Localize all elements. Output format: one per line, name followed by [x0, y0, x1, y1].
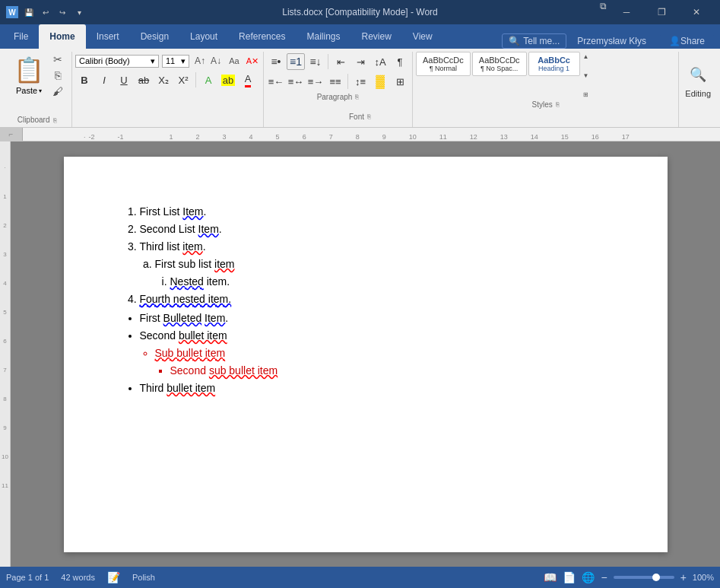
clear-formatting-btn[interactable]: A✕	[245, 53, 260, 68]
show-paragraph-btn[interactable]: ¶	[391, 53, 409, 70]
italic-btn[interactable]: I	[95, 72, 113, 88]
share-btn[interactable]: 👤 Share	[660, 33, 714, 49]
copy-btn[interactable]: ⎘	[50, 68, 65, 82]
quick-undo-btn[interactable]: ↩	[40, 6, 52, 18]
quick-redo-btn[interactable]: ↪	[56, 6, 68, 18]
paragraph-expand-icon[interactable]: ⎘	[355, 94, 359, 100]
multilevel-list-btn[interactable]: ≡↓	[306, 53, 325, 70]
format-painter-btn[interactable]: 🖌	[50, 84, 65, 99]
clipboard-section: 📋 Paste ▾ ✂ ⎘ 🖌 Clipboard ⎘	[3, 52, 72, 127]
styles-scroll-up-btn[interactable]: ▲	[583, 52, 589, 61]
list-item[interactable]: First sub list item Nested item.	[155, 256, 607, 290]
list-item[interactable]: Third bullet item	[140, 380, 607, 396]
tab-references[interactable]: References	[228, 24, 296, 49]
justify-btn[interactable]: ≡≡	[326, 73, 344, 90]
list-item[interactable]: First List Item.	[140, 204, 607, 220]
tab-layout[interactable]: Layout	[179, 24, 228, 49]
print-layout-icon[interactable]: 📄	[563, 571, 576, 583]
numbering-btn[interactable]: ≡1	[287, 53, 305, 70]
font-color-icon: A	[245, 73, 252, 87]
font-family-value: Calibri (Body)	[79, 56, 130, 65]
subscript-btn[interactable]: X₂	[154, 72, 173, 88]
font-expand-icon[interactable]: ⎘	[367, 113, 371, 120]
list-item[interactable]: Sub bullet item Second sub bullet item	[155, 345, 607, 379]
zoom-out-btn[interactable]: −	[601, 571, 607, 583]
tab-insert[interactable]: Insert	[86, 24, 130, 49]
font-size-decrease-btn[interactable]: A↓	[208, 53, 224, 68]
zoom-in-btn[interactable]: +	[680, 571, 687, 583]
align-left-btn[interactable]: ≡←	[267, 73, 285, 90]
tab-mailings[interactable]: Mailings	[296, 24, 350, 49]
list-item[interactable]: First Bulleted Item.	[140, 310, 607, 326]
minimize-btn[interactable]: ─	[609, 0, 644, 24]
decrease-indent-btn[interactable]: ⇤	[331, 53, 350, 70]
list-item[interactable]: Second sub bullet item	[170, 363, 607, 379]
proofing-icon[interactable]: 📝	[107, 571, 120, 583]
font-family-select[interactable]: Calibri (Body) ▾	[75, 55, 159, 68]
styles-expand-icon[interactable]: ⎘	[556, 101, 560, 108]
text-highlight-btn[interactable]: ab	[219, 72, 237, 88]
change-case-btn[interactable]: Aa	[227, 53, 242, 68]
tell-me-search[interactable]: 🔍 Tell me...	[502, 33, 566, 49]
tab-view[interactable]: View	[402, 24, 443, 49]
align-right-btn[interactable]: ≡→	[306, 73, 325, 90]
sort-btn[interactable]: ↕A	[371, 53, 389, 70]
style-normal-btn[interactable]: AaBbCcDc ¶ Normal	[416, 52, 471, 76]
title-bar-left: W 💾 ↩ ↪ ▾	[6, 6, 85, 18]
list-item[interactable]: Nested item.	[170, 274, 607, 290]
font-color-btn[interactable]: A	[239, 72, 257, 88]
strikethrough-btn[interactable]: ab	[135, 72, 153, 88]
read-mode-icon[interactable]: 📖	[544, 571, 557, 583]
search-magnify-btn[interactable]: 🔍	[690, 66, 706, 83]
doc-area[interactable]: First List Item. Second List Item. Third…	[11, 141, 720, 567]
borders-btn[interactable]: ⊞	[391, 73, 409, 90]
cut-btn[interactable]: ✂	[50, 52, 65, 66]
bullets-btn[interactable]: ≡•	[267, 53, 285, 70]
word-count[interactable]: 42 words	[61, 573, 95, 582]
quick-save-btn[interactable]: 💾	[23, 6, 35, 18]
list-item[interactable]: Second List Item.	[140, 221, 607, 237]
tab-home[interactable]: Home	[39, 24, 85, 49]
style-h1-btn[interactable]: AaBbCc Heading 1	[528, 52, 580, 76]
tab-file[interactable]: File	[3, 24, 39, 49]
styles-expand-btn[interactable]: ⊞	[583, 90, 589, 99]
web-layout-icon[interactable]: 🌐	[582, 571, 595, 583]
ribbon-tabs-right: 🔍 Tell me... Przemysław Kłys 👤 Share	[502, 33, 720, 49]
paste-btn[interactable]: 📋 Paste ▾	[9, 52, 49, 99]
shading-btn[interactable]: ▓	[371, 73, 389, 90]
font-size-increase-btn[interactable]: A↑	[192, 53, 208, 68]
clipboard-expand-icon[interactable]: ⎘	[53, 117, 57, 124]
sub-sub-bullet-list: Second sub bullet item	[170, 363, 607, 379]
quick-customize-btn[interactable]: ▾	[73, 6, 85, 18]
ruler-marks: · -2 -1 1 2 3 4 5 6 7 8 9 10 11 12 13 14…	[23, 128, 630, 141]
restore-btn[interactable]: ❐	[644, 0, 679, 24]
increase-indent-btn[interactable]: ⇥	[351, 53, 370, 70]
list-item[interactable]: Fourth nested item.	[140, 291, 607, 307]
close-btn[interactable]: ✕	[679, 0, 714, 24]
underline-btn[interactable]: U	[115, 72, 133, 88]
style-nospace-btn[interactable]: AaBbCcDc ¶ No Spac...	[472, 52, 527, 76]
list-item[interactable]: Third list item. First sub list item Nes…	[140, 239, 607, 290]
paste-dropdown-icon[interactable]: ▾	[39, 87, 42, 94]
zoom-slider[interactable]	[614, 576, 674, 579]
restore-layout-btn[interactable]: ⧉	[597, 0, 609, 12]
document-page[interactable]: First List Item. Second List Item. Third…	[64, 157, 668, 552]
font-size-select[interactable]: 11 ▾	[162, 55, 189, 68]
tab-design[interactable]: Design	[130, 24, 179, 49]
line-spacing-btn[interactable]: ↕≡	[351, 73, 370, 90]
ruler-corner[interactable]: ⌐	[9, 130, 14, 138]
language[interactable]: Polish	[132, 573, 155, 582]
align-center-btn[interactable]: ≡↔	[287, 73, 305, 90]
styles-label: Styles ⎘	[416, 99, 675, 112]
zoom-level[interactable]: 100%	[693, 573, 714, 582]
bold-btn[interactable]: B	[75, 72, 94, 88]
list-item[interactable]: Second bullet item Sub bullet item Secon…	[140, 328, 607, 379]
ribbon-tabs-bar: File Home Insert Design Layout Reference…	[0, 24, 720, 49]
font-row1: Calibri (Body) ▾ 11 ▾ A↑ A↓ Aa A✕	[75, 52, 260, 70]
tab-review[interactable]: Review	[350, 24, 401, 49]
superscript-btn[interactable]: X²	[174, 72, 192, 88]
text-effect-btn[interactable]: A	[199, 72, 217, 88]
doc-content[interactable]: First List Item. Second List Item. Third…	[125, 204, 607, 396]
word-bullet: bullet item	[179, 329, 227, 342]
styles-scroll-down-btn[interactable]: ▼	[583, 71, 589, 80]
